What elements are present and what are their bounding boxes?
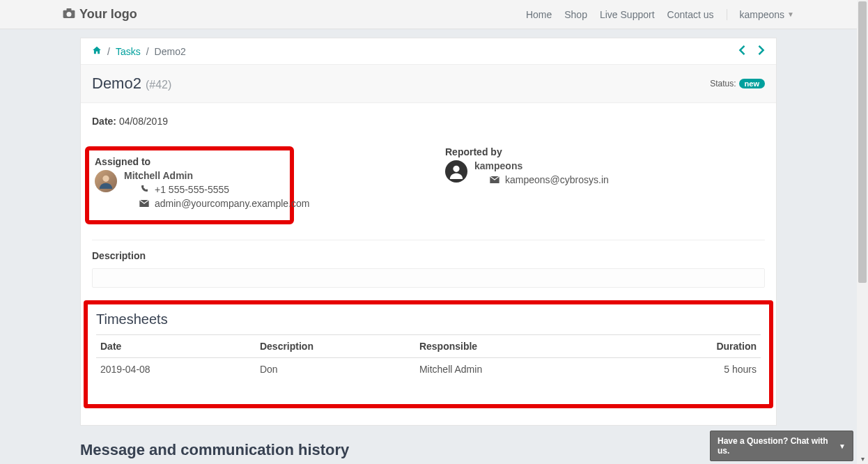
user-name: kampeons <box>740 9 785 20</box>
date-value: 04/08/2019 <box>119 116 168 127</box>
timesheets-highlight: Timesheets Date Description Responsible … <box>84 300 773 408</box>
task-title: Demo2 <box>92 75 141 93</box>
th-date: Date <box>96 335 256 358</box>
task-date: Date: 04/08/2019 <box>92 116 765 127</box>
description-content <box>92 268 765 288</box>
status-badge: new <box>739 79 765 88</box>
timesheets-table: Date Description Responsible Duration 20… <box>96 334 761 380</box>
status-label: Status: <box>710 79 736 88</box>
assigned-phone: +1 555-555-5555 <box>155 184 229 195</box>
svg-point-3 <box>102 176 109 182</box>
chevron-right-icon <box>758 45 765 55</box>
cell-responsible: Mitchell Admin <box>415 358 654 381</box>
timesheets-heading: Timesheets <box>96 311 761 327</box>
assigned-person: Mitchell Admin +1 555-555-5555 <box>95 170 284 209</box>
date-label: Date: <box>92 116 116 127</box>
assigned-label: Assigned to <box>95 156 284 167</box>
reported-name: kampeons <box>474 160 609 171</box>
assigned-name: Mitchell Admin <box>124 170 310 181</box>
breadcrumb-home[interactable] <box>92 45 102 57</box>
chat-text: Have a Question? Chat with us. <box>718 436 839 456</box>
nav-contact-us[interactable]: Contact us <box>667 9 714 20</box>
email-icon <box>490 174 499 185</box>
assigned-email-line: admin@yourcompany.example.com <box>124 198 310 209</box>
chevron-down-icon: ▼ <box>787 10 794 18</box>
cell-duration: 5 hours <box>654 358 761 381</box>
reported-email: kampeons@cybrosys.in <box>505 174 609 185</box>
chat-widget[interactable]: Have a Question? Chat with us. ▼ <box>710 431 853 461</box>
assigned-avatar <box>95 170 117 192</box>
svg-rect-1 <box>67 8 72 11</box>
cell-date: 2019-04-08 <box>96 358 256 381</box>
svg-point-2 <box>67 11 72 16</box>
brand-logo[interactable]: Your logo <box>63 7 137 22</box>
th-responsible: Responsible <box>415 335 654 358</box>
reported-label: Reported by <box>445 146 765 157</box>
reported-avatar <box>445 160 467 183</box>
nav-live-support[interactable]: Live Support <box>600 9 655 20</box>
reported-email-line: kampeons@cybrosys.in <box>474 174 609 185</box>
table-row: 2019-04-08 Don Mitchell Admin 5 hours <box>96 358 761 381</box>
task-id: (#42) <box>146 79 171 91</box>
th-duration: Duration <box>654 335 761 358</box>
th-description: Description <box>256 335 415 358</box>
breadcrumb: / Tasks / Demo2 <box>92 45 186 57</box>
reported-person: kampeons kampeons@cybrosys.in <box>445 160 765 185</box>
scrollbar-down-button[interactable]: ▾ <box>857 453 868 464</box>
breadcrumb-tasks[interactable]: Tasks <box>116 46 141 57</box>
assigned-email: admin@yourcompany.example.com <box>155 198 310 209</box>
page-title: Demo2 (#42) <box>92 75 171 93</box>
brand-text: Your logo <box>79 7 137 22</box>
pager-prev[interactable] <box>738 45 745 57</box>
messages-heading: Message and communication history <box>80 441 777 459</box>
top-nav-links: Home Shop Live Support Contact us kampeo… <box>526 9 794 20</box>
pager-next[interactable] <box>758 45 765 57</box>
top-navbar: Your logo Home Shop Live Support Contact… <box>0 0 857 29</box>
email-icon <box>139 198 149 209</box>
user-menu[interactable]: kampeons ▼ <box>727 9 795 20</box>
nav-home[interactable]: Home <box>526 9 552 20</box>
home-icon <box>92 45 102 55</box>
scrollbar-track[interactable]: ▾ <box>857 0 868 464</box>
svg-point-4 <box>453 166 459 172</box>
status: Status: new <box>710 79 765 88</box>
assigned-to-highlight: Assigned to Mitchell Admin <box>85 146 294 224</box>
scrollbar-thumb[interactable] <box>858 1 867 283</box>
chevron-left-icon <box>738 45 745 55</box>
pager <box>738 45 765 57</box>
chevron-down-icon: ▼ <box>839 442 846 450</box>
cell-description: Don <box>256 358 415 381</box>
phone-icon <box>139 184 149 195</box>
nav-shop[interactable]: Shop <box>564 9 587 20</box>
assigned-phone-line: +1 555-555-5555 <box>124 184 310 195</box>
description-label: Description <box>92 250 765 261</box>
camera-icon <box>63 8 75 21</box>
breadcrumb-current: Demo2 <box>155 46 186 57</box>
